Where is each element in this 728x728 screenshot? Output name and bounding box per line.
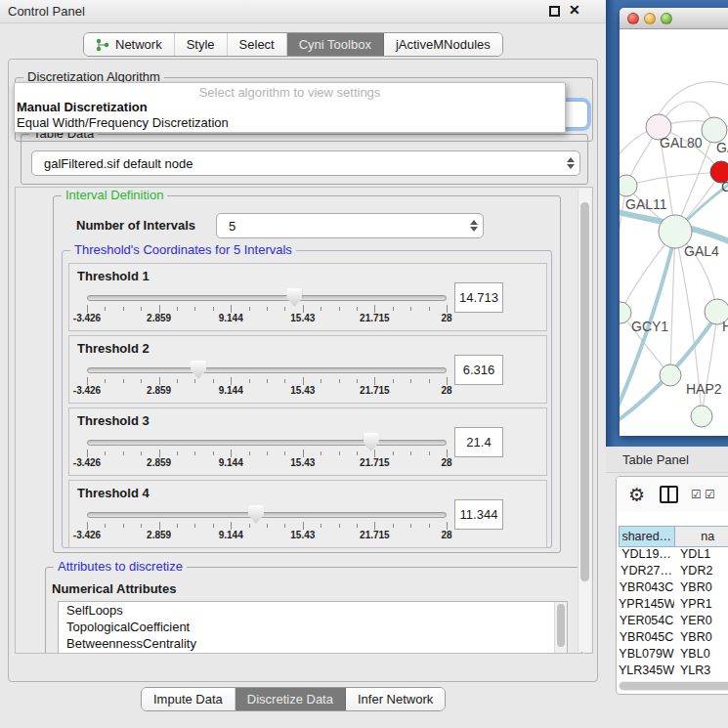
combo-arrows-icon bbox=[562, 157, 579, 169]
checkbox-icon[interactable]: ☑ bbox=[705, 488, 715, 501]
node-label-gal80: GAL80 bbox=[660, 135, 703, 150]
numerical-attributes-list: SelfLoopsTopologicalCoefficientBetweenne… bbox=[58, 601, 568, 654]
tab-cyni-toolbox[interactable]: Cyni Toolbox bbox=[287, 33, 384, 56]
settings-scrollbar[interactable] bbox=[578, 189, 591, 652]
threshold-1-slider[interactable] bbox=[87, 294, 447, 302]
tab-discretize-data[interactable]: Discretize Data bbox=[236, 688, 346, 710]
bottom-tab-bar: Impute Data Discretize Data Infer Networ… bbox=[141, 687, 446, 711]
threshold-1-value-field[interactable]: 14.713 bbox=[454, 282, 503, 313]
dropdown-option-equal-width[interactable]: Equal Width/Frequency Discretization bbox=[15, 115, 565, 131]
interval-definition-group: Interval Definition Number of Intervals … bbox=[53, 195, 561, 553]
tab-style[interactable]: Style bbox=[175, 33, 228, 56]
numerical-attributes-label: Numerical Attributes bbox=[52, 581, 176, 596]
tab-select[interactable]: Select bbox=[228, 33, 287, 56]
column-view-icon[interactable] bbox=[660, 486, 678, 503]
table-row[interactable]: YBL079W YBL0 bbox=[619, 647, 728, 664]
interval-definition-legend: Interval Definition bbox=[62, 188, 167, 202]
threshold-3-value-field[interactable]: 21.4 bbox=[454, 427, 503, 457]
column-header-name[interactable]: na bbox=[675, 526, 728, 547]
panel-title: Control Panel bbox=[8, 4, 85, 19]
tab-infer-network[interactable]: Infer Network bbox=[346, 688, 445, 710]
number-of-intervals-combobox[interactable]: 5 bbox=[216, 213, 484, 238]
top-tab-bar: Network Style Select Cyni Toolbox jActiv… bbox=[83, 32, 503, 57]
network-desktop-background: GAL80 GA C GAL11 GAL4 GCY1 H HAP2 bbox=[606, 0, 728, 447]
float-window-icon[interactable] bbox=[549, 6, 560, 17]
node-label-gal4: GAL4 bbox=[684, 243, 719, 259]
node-label-gcy1: GCY1 bbox=[631, 319, 668, 334]
table-row[interactable]: YDR27… YDR2 bbox=[619, 564, 728, 580]
table-row[interactable]: YPR145W YPR1 bbox=[619, 597, 728, 614]
table-horizontal-scrollbar[interactable] bbox=[619, 681, 728, 691]
cyni-panel: Discretization Algorithm Table Data galF… bbox=[8, 59, 598, 682]
node-gal11 bbox=[620, 175, 637, 196]
gear-icon[interactable]: ⚙ bbox=[628, 484, 645, 506]
network-window-titlebar[interactable] bbox=[620, 8, 728, 29]
control-panel-titlebar: Control Panel ✕ bbox=[0, 0, 606, 23]
network-canvas[interactable]: GAL80 GA C GAL11 GAL4 GCY1 H HAP2 bbox=[620, 29, 728, 435]
threshold-1-label: Threshold 1 bbox=[77, 269, 150, 283]
node-label-fragment: H bbox=[722, 319, 728, 334]
threshold-2-label: Threshold 2 bbox=[77, 341, 150, 356]
table-data-group: Table Data galFiltered.sif default node bbox=[21, 134, 588, 185]
threshold-4-label: Threshold 4 bbox=[77, 486, 150, 500]
attribute-list-item[interactable]: SelfLoops bbox=[59, 602, 567, 619]
table-header-row: shared… na bbox=[619, 526, 728, 547]
table-data-value: galFiltered.sif default node bbox=[32, 156, 562, 171]
close-traffic-light[interactable] bbox=[627, 13, 639, 24]
checkbox-icon[interactable]: ☑ bbox=[691, 488, 702, 501]
threshold-3-slider[interactable] bbox=[87, 439, 447, 447]
dropdown-placeholder-item[interactable]: Select algorithm to view settings bbox=[15, 83, 565, 100]
minimize-traffic-light[interactable] bbox=[644, 13, 656, 24]
dropdown-option-manual[interactable]: Manual Discretization bbox=[15, 100, 565, 115]
attribute-list-item[interactable]: BetweennessCentrality bbox=[59, 635, 567, 652]
threshold-4-slider[interactable] bbox=[87, 511, 447, 519]
table-body: YDL19… YDL1 YDR27… YDR2 YBR043C YBR0 bbox=[619, 547, 728, 695]
node-gcy1 bbox=[620, 302, 631, 323]
screen: Control Panel ✕ Network Style Select Cyn… bbox=[0, 0, 728, 728]
table-row[interactable]: YER054C YER0 bbox=[619, 614, 728, 630]
algorithm-dropdown-popup: Select algorithm to view settings Manual… bbox=[14, 82, 566, 133]
node-label-fragment: C bbox=[721, 179, 728, 194]
network-view-window: GAL80 GA C GAL11 GAL4 GCY1 H HAP2 bbox=[620, 8, 728, 436]
settings-scroll-area: Interval Definition Number of Intervals … bbox=[15, 187, 593, 654]
attributes-legend: Attributes to discretize bbox=[54, 559, 187, 574]
table-row[interactable]: YLR345W YLR3 bbox=[619, 664, 728, 680]
threshold-3-label: Threshold 3 bbox=[77, 413, 150, 428]
threshold-1-box: Threshold 1 -3.4262.8599.14415.4321.7152… bbox=[68, 263, 547, 331]
node-table: shared… na YDL19… YDL1 YDR27… YDR2 bbox=[619, 526, 728, 695]
table-panel: ⚙ ☑ ☑ shared… na YDL19… YDL1 YDR27… bbox=[616, 476, 728, 695]
attributes-group: Attributes to discretize Numerical Attri… bbox=[45, 567, 582, 654]
thresholds-legend: Threshold's Coordinates for 5 Intervals bbox=[70, 242, 296, 257]
table-row[interactable]: YBR043C YBR0 bbox=[619, 580, 728, 597]
tab-impute-data[interactable]: Impute Data bbox=[142, 688, 236, 710]
table-panel-title: Table Panel bbox=[622, 452, 689, 467]
number-of-intervals-value: 5 bbox=[217, 219, 465, 234]
combo-arrows-icon bbox=[465, 220, 483, 232]
tab-network[interactable]: Network bbox=[84, 33, 175, 56]
node-label-fragment: GA bbox=[716, 140, 728, 155]
node-hap2 bbox=[660, 364, 681, 386]
threshold-2-box: Threshold 2 -3.4262.8599.14415.4321.7152… bbox=[68, 335, 547, 404]
threshold-4-value-field[interactable]: 11.344 bbox=[454, 499, 503, 530]
tab-jactivemnodules[interactable]: jActiveMNodules bbox=[384, 33, 502, 56]
table-row[interactable]: YDL19… YDL1 bbox=[619, 547, 728, 564]
node-label-hap2: HAP2 bbox=[686, 381, 722, 397]
close-icon[interactable]: ✕ bbox=[569, 2, 580, 18]
table-row[interactable]: YBR045C YBR0 bbox=[619, 630, 728, 647]
table-toolbar: ⚙ ☑ ☑ bbox=[617, 477, 728, 512]
table-panel-header: Table Panel bbox=[606, 447, 728, 473]
network-icon bbox=[96, 38, 109, 52]
thresholds-group: Threshold's Coordinates for 5 Intervals … bbox=[62, 250, 552, 548]
threshold-4-box: Threshold 4 -3.4262.8599.14415.4321.7152… bbox=[68, 480, 547, 548]
node-label-gal11: GAL11 bbox=[625, 196, 667, 212]
threshold-3-box: Threshold 3 -3.4262.8599.14415.4321.7152… bbox=[68, 407, 547, 476]
table-data-combobox[interactable]: galFiltered.sif default node bbox=[31, 150, 580, 176]
node-bottom bbox=[691, 406, 712, 427]
number-of-intervals-label: Number of Intervals bbox=[76, 218, 195, 233]
attribute-list-item[interactable]: TopologicalCoefficient bbox=[59, 619, 567, 635]
threshold-2-slider[interactable] bbox=[87, 366, 447, 374]
zoom-traffic-light[interactable] bbox=[661, 13, 672, 24]
attributes-scrollbar[interactable] bbox=[554, 602, 567, 654]
threshold-2-value-field[interactable]: 6.316 bbox=[454, 355, 503, 385]
column-header-shared-name[interactable]: shared… bbox=[619, 526, 675, 547]
